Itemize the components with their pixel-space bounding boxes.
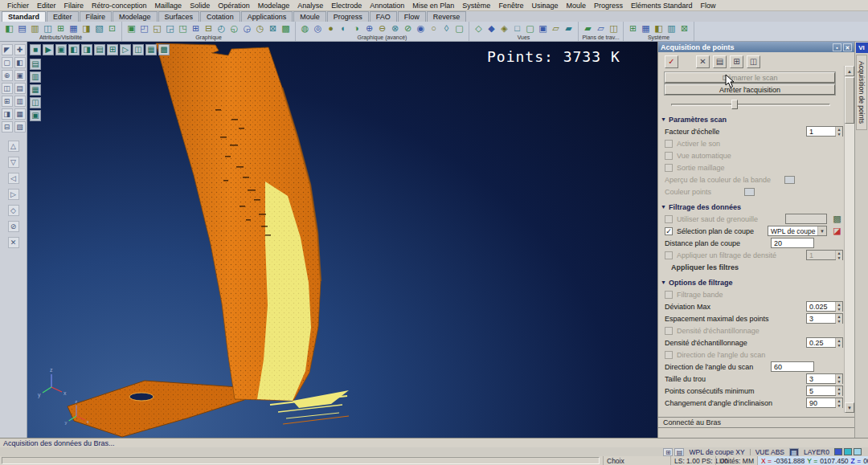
spin-down-icon[interactable]: ▼	[836, 391, 842, 396]
spinner-value[interactable]: 3	[807, 314, 835, 323]
toolbar-icon[interactable]: ▣	[125, 22, 137, 35]
viewport-tool-icon[interactable]: ■	[30, 44, 41, 55]
spin-down-icon[interactable]: ▼	[836, 379, 842, 384]
tilt-angle-spinner[interactable]: 90 ▲▼	[806, 398, 843, 408]
sampling-spinner[interactable]: 0.25 ▲▼	[806, 337, 843, 348]
spinner-buttons[interactable]: ▲▼	[835, 398, 842, 407]
point-color-swatch[interactable]	[744, 188, 755, 196]
viewport-tool-icon[interactable]: ▣	[30, 110, 41, 121]
toolbar-icon[interactable]: ⊘	[402, 22, 414, 35]
left-tool-icon[interactable]: ▦	[14, 108, 26, 120]
toolbar-icon[interactable]: ◱	[151, 22, 163, 35]
color-swatch[interactable]	[834, 448, 842, 455]
choice-button[interactable]: Choix	[603, 456, 628, 465]
section-options-filtrage[interactable]: ▼ Options de filtrage	[658, 276, 854, 288]
menu-item[interactable]: Solide	[186, 2, 214, 10]
viewport-tool-icon[interactable]: ▷	[120, 44, 131, 55]
scroll-thumb[interactable]	[845, 77, 854, 124]
menu-item[interactable]: Eléments Standard	[627, 2, 697, 10]
toolbar-icon[interactable]: ▧	[93, 22, 105, 35]
deviation-spinner[interactable]: 0.025 ▲▼	[806, 301, 843, 312]
panel-scrollbar[interactable]: ▲ ▼	[844, 66, 854, 413]
color-swatch[interactable]	[844, 448, 852, 455]
band-filter-checkbox[interactable]	[665, 291, 673, 299]
viewport-tool-icon[interactable]: ▶	[43, 44, 54, 55]
toolbar-icon[interactable]: ▥	[665, 22, 678, 35]
ribbon-tab[interactable]: Surfaces	[158, 11, 200, 22]
panel-tool-icon[interactable]: ▤	[713, 55, 727, 68]
menu-item[interactable]: Fenêtre	[494, 2, 527, 10]
spacing-spinner[interactable]: 3 ▲▼	[806, 313, 843, 324]
toolbar-icon[interactable]: ▥	[29, 22, 41, 35]
ribbon-tab[interactable]: Filaire	[80, 11, 113, 22]
left-tool-icon[interactable]: △	[8, 141, 19, 152]
ribbon-tab[interactable]: Progress	[327, 11, 369, 22]
toolbar-icon[interactable]: ⊞	[190, 22, 202, 35]
menu-item[interactable]: Rétro-conception	[88, 2, 151, 10]
menu-item[interactable]: Annotation	[366, 2, 408, 10]
sound-checkbox[interactable]	[665, 140, 673, 148]
left-tool-icon[interactable]: ▣	[14, 70, 26, 81]
left-tool-icon[interactable]: ✚	[14, 44, 26, 55]
left-tool-icon[interactable]: ◤	[2, 44, 13, 55]
spinner-value[interactable]: 1	[807, 251, 835, 259]
left-tool-icon[interactable]: ◫	[2, 83, 13, 94]
toolbar-icon[interactable]: ▱	[595, 22, 607, 35]
spin-down-icon[interactable]: ▼	[836, 307, 842, 312]
toolbar-icon[interactable]: ▦	[68, 22, 80, 35]
ribbon-tab[interactable]: Reverse	[427, 11, 467, 22]
frog-jump-icon[interactable]: ▩	[831, 214, 843, 225]
toolbar-icon[interactable]: ⊠	[267, 22, 279, 35]
menu-collapse-icon[interactable]: ↑	[542, 2, 546, 10]
toolbar-icon[interactable]: ▱	[550, 22, 562, 35]
left-tool-icon[interactable]: ▷	[8, 189, 19, 200]
toolbar-icon[interactable]: ⊠	[678, 22, 690, 35]
cut-plane-distance-field[interactable]: 20	[771, 238, 814, 248]
spin-down-icon[interactable]: ▼	[836, 132, 842, 137]
slider-track[interactable]	[671, 104, 830, 106]
menu-item[interactable]: Analyse	[293, 2, 327, 10]
spinner-value[interactable]: 0.025	[807, 302, 835, 311]
collapse-icon[interactable]: ▼	[661, 116, 666, 122]
viewport-tool-icon[interactable]: ▥	[30, 71, 41, 83]
ribbon-tab[interactable]: Modelage	[113, 11, 158, 22]
scan-angle-field[interactable]: 60	[771, 361, 814, 372]
spin-down-icon[interactable]: ▼	[836, 343, 842, 348]
spinner-buttons[interactable]: ▲▼	[835, 314, 842, 323]
left-tool-icon[interactable]: ⊟	[2, 121, 13, 133]
toolbar-icon[interactable]: ◶	[241, 22, 253, 35]
toolbar-icon[interactable]: ⊡	[106, 22, 118, 35]
cut-plane-combobox[interactable]: WPL de coupe ▼	[768, 226, 827, 236]
toolbar-icon[interactable]: ◧	[653, 22, 665, 35]
band-color-swatch[interactable]	[784, 176, 795, 184]
color-swatch[interactable]	[854, 448, 862, 455]
toolbar-icon[interactable]: ◷	[254, 22, 266, 35]
menu-item[interactable]: Electrode	[327, 2, 366, 10]
toolbar-icon[interactable]: ◫	[42, 22, 54, 35]
toolbar-icon[interactable]: ▦	[640, 22, 652, 35]
scan-slider[interactable]	[671, 99, 830, 110]
toolbar-icon[interactable]: ◎	[312, 22, 324, 35]
spinner-value[interactable]: 1	[807, 127, 835, 136]
ribbon-tab[interactable]: Cotation	[200, 11, 240, 22]
cut-plane-icon[interactable]: ◪	[831, 226, 843, 237]
toolbar-icon[interactable]: ▤	[16, 22, 28, 35]
viewport-tool-icon[interactable]: ◫	[133, 44, 144, 55]
toolbar-icon[interactable]: ◇	[473, 22, 485, 35]
toolbar-icon[interactable]: ◉	[415, 22, 427, 35]
toolbar-icon[interactable]: ▢	[524, 22, 536, 35]
toolbar-icon[interactable]: ◲	[164, 22, 176, 35]
collapse-icon[interactable]: ▼	[661, 204, 666, 210]
section-parametres-scan[interactable]: ▼ Paramètres scan	[658, 113, 854, 125]
view-indicator[interactable]: VUE ABS	[755, 448, 784, 456]
layer-indicator[interactable]: LAYER0	[804, 448, 829, 456]
pin-icon[interactable]: ▪	[833, 43, 841, 51]
menu-item[interactable]: Système	[458, 2, 494, 10]
panel-tool-icon[interactable]: ✕	[696, 55, 710, 68]
ribbon-tab[interactable]: Applications	[241, 11, 293, 22]
toolbar-icon[interactable]: ◳	[177, 22, 189, 35]
ribbon-tab[interactable]: Standard	[2, 11, 46, 22]
toolbar-icon[interactable]: ▰	[563, 22, 575, 35]
left-tool-icon[interactable]: ◁	[8, 173, 19, 184]
viewport-tool-icon[interactable]: ◨	[81, 44, 92, 55]
